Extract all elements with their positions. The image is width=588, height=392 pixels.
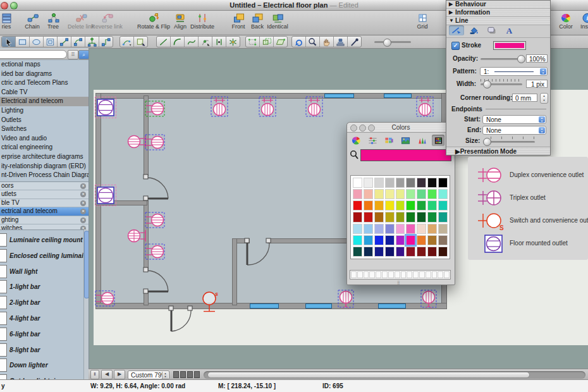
panel-zoom-button[interactable]: [368, 125, 375, 132]
shape-item[interactable]: Wall light: [0, 264, 89, 279]
color-swatch[interactable]: [406, 224, 415, 234]
tool-connector-straight[interactable]: [58, 37, 71, 47]
color-swatch[interactable]: [396, 235, 405, 245]
stroke-checkbox[interactable]: ✓: [451, 42, 460, 50]
shape-thumbnail[interactable]: [0, 296, 7, 309]
pattern-popup[interactable]: 1: ▲▼: [480, 67, 548, 76]
outlet-symbol-ceiling[interactable]: [208, 96, 231, 119]
toolbar-button-color[interactable]: Color: [559, 13, 573, 30]
color-swatch[interactable]: [353, 189, 362, 199]
color-swatch[interactable]: [396, 200, 405, 211]
prev-page-button[interactable]: ◀: [101, 370, 113, 379]
color-swatch[interactable]: [364, 189, 373, 199]
scrollbar-thumb[interactable]: [207, 372, 530, 378]
color-swatch[interactable]: [364, 212, 373, 222]
shape-item[interactable]: 2-light bar: [0, 295, 89, 310]
toolbar-button-back[interactable]: Back: [251, 13, 264, 30]
color-swatch[interactable]: [406, 178, 415, 188]
toolbar-button-reverse-link[interactable]: Reverse link: [91, 13, 123, 30]
shape-item[interactable]: Down lighter: [0, 357, 89, 373]
shape-thumbnail[interactable]: [0, 328, 7, 341]
recent-color-slot[interactable]: [419, 271, 425, 278]
outlet-symbol-switch[interactable]: s: [199, 290, 222, 313]
toolbar-button-delete-link[interactable]: Delete link: [68, 13, 94, 30]
color-swatch[interactable]: [374, 247, 384, 257]
color-swatch[interactable]: [417, 200, 426, 211]
color-swatch[interactable]: [427, 189, 437, 199]
library-search-input[interactable]: [0, 50, 67, 59]
color-swatch[interactable]: [353, 235, 362, 245]
color-swatch[interactable]: [364, 235, 373, 245]
color-swatch[interactable]: [438, 189, 448, 199]
color-swatch[interactable]: [374, 212, 384, 222]
color-swatch[interactable]: [385, 189, 395, 199]
color-swatch[interactable]: [385, 178, 395, 188]
toolbar-button-tree[interactable]: Tree: [47, 13, 59, 30]
color-swatch[interactable]: [438, 212, 448, 222]
shape-thumbnail[interactable]: [0, 265, 7, 278]
tool-frame[interactable]: [44, 37, 58, 47]
pane-toggle-button[interactable]: ‖: [90, 370, 99, 379]
tool-eyedropper[interactable]: [348, 37, 361, 47]
recent-color-slot[interactable]: [413, 271, 419, 278]
tool-transform-scale[interactable]: [260, 37, 274, 47]
tool-transform-skew[interactable]: [274, 37, 287, 47]
recent-color-slot[interactable]: [432, 271, 438, 278]
legend-item-triplex[interactable]: Triplex outlet: [474, 187, 585, 209]
outlet-symbol-floor[interactable]: [94, 96, 117, 119]
color-swatch[interactable]: [385, 200, 395, 211]
tool-reshape[interactable]: [199, 37, 212, 47]
zoom-level-popup[interactable]: Custom 79% ▲▼: [128, 371, 169, 379]
open-library-item[interactable]: ectrical and telecom✕: [0, 207, 89, 216]
toolbar-button-front[interactable]: Front: [231, 13, 245, 30]
tool-connector-elbow[interactable]: [71, 37, 85, 47]
color-swatch[interactable]: [353, 247, 362, 257]
colors-mode-web-grid[interactable]: [432, 135, 444, 146]
library-item[interactable]: ctrical engineering: [0, 143, 89, 152]
line-tab-text[interactable]: A: [502, 25, 517, 35]
close-icon[interactable]: ✕: [80, 217, 86, 223]
shape-item[interactable]: 1-light bar: [0, 279, 89, 295]
width-value[interactable]: 1 pix: [526, 80, 548, 88]
tool-snowflake[interactable]: [226, 37, 240, 47]
color-swatch[interactable]: [438, 200, 448, 211]
library-item[interactable]: erprise architecture diagrams: [0, 152, 89, 162]
outlet-symbol-duplex[interactable]: [144, 240, 166, 263]
corner-stepper[interactable]: ▲▼: [540, 93, 548, 104]
color-swatch[interactable]: [364, 224, 373, 234]
colors-mode-crayons[interactable]: [415, 135, 428, 146]
color-swatch[interactable]: [427, 178, 437, 188]
toolbar-button-distribute[interactable]: Distribute: [190, 13, 214, 30]
color-swatch[interactable]: [438, 178, 448, 188]
outlet-symbol-ceiling[interactable]: [413, 96, 436, 119]
toolbar-button-align[interactable]: Align: [174, 13, 187, 30]
color-swatch[interactable]: [427, 235, 437, 245]
horizontal-scrollbar[interactable]: [204, 371, 585, 379]
tool-draw-connector[interactable]: [120, 37, 134, 47]
tool-connector-tree[interactable]: [85, 37, 99, 47]
page-tab[interactable]: [180, 371, 186, 378]
recent-color-slot[interactable]: [395, 271, 400, 278]
shape-item[interactable]: 6-light bar: [0, 326, 89, 342]
color-swatch[interactable]: [406, 212, 415, 222]
tool-stamp[interactable]: [334, 37, 348, 47]
color-swatch[interactable]: [353, 212, 362, 222]
color-swatch[interactable]: [374, 178, 384, 188]
color-swatch[interactable]: [406, 189, 415, 199]
library-item[interactable]: ctric and Telecom Plans: [0, 78, 89, 88]
library-item[interactable]: Lighting: [0, 106, 89, 116]
color-swatch[interactable]: [396, 212, 405, 222]
color-swatch[interactable]: [353, 224, 362, 234]
library-item[interactable]: ity-relationship diagram (ERD): [0, 162, 89, 171]
shape-thumbnail[interactable]: [0, 249, 7, 262]
shape-item[interactable]: 4-light bar: [0, 310, 89, 326]
color-swatch[interactable]: [417, 235, 426, 245]
color-swatch[interactable]: [364, 178, 373, 188]
magnifier-icon[interactable]: [350, 150, 359, 162]
color-swatch[interactable]: [417, 212, 426, 222]
library-item[interactable]: Video and audio: [0, 134, 89, 144]
outlet-symbol-floor[interactable]: [94, 184, 117, 207]
recent-color-slot[interactable]: [376, 271, 381, 278]
page-tab[interactable]: [194, 371, 200, 378]
page-tab[interactable]: [187, 371, 193, 378]
